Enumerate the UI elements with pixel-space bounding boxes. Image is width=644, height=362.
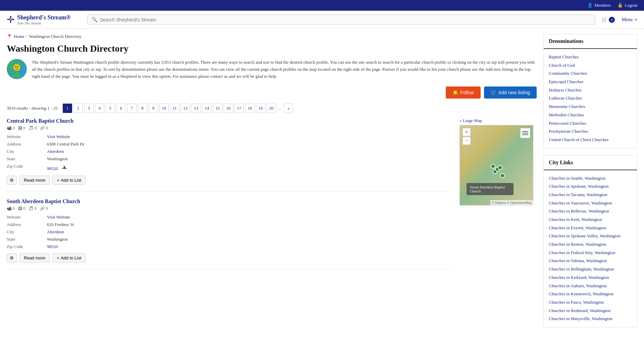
- listing-title-2[interactable]: South Aberdeen Baptist Church: [7, 198, 453, 204]
- page-btn-20[interactable]: 20: [267, 104, 276, 113]
- search-bar[interactable]: 🔍: [87, 14, 595, 25]
- map-marker-3: [498, 165, 502, 170]
- music-icon: 🎵: [29, 126, 34, 131]
- logo-title: Shepherd's Stream®: [17, 14, 71, 21]
- page-btn-2[interactable]: 2: [73, 104, 83, 113]
- page-btn-9[interactable]: 9: [149, 104, 158, 113]
- page-btn-18[interactable]: 18: [245, 104, 255, 113]
- denomination-lutheran[interactable]: Lutheran Churches: [549, 94, 632, 103]
- state-value-2: Washington: [47, 237, 453, 242]
- page-btn-10[interactable]: 10: [159, 104, 169, 113]
- cart-button[interactable]: 🛒 0: [602, 17, 615, 23]
- page-btn-19[interactable]: 19: [256, 104, 265, 113]
- city-pasco[interactable]: Churches in Pasco, Washington: [549, 298, 632, 307]
- page-btn-3[interactable]: 3: [84, 104, 94, 113]
- page-btn-11[interactable]: 11: [170, 104, 179, 113]
- follow-button[interactable]: 🔔 Follow: [446, 86, 480, 99]
- denomination-pentecostal[interactable]: Pentecostal Churches: [549, 119, 632, 128]
- city-kennewick[interactable]: Churches in Kennewick, Washington: [549, 290, 632, 298]
- logout-link[interactable]: 🔓 Logout: [618, 3, 637, 8]
- website-link-1[interactable]: Visit Website: [47, 134, 70, 139]
- description-avatar: [7, 59, 27, 79]
- page-btn-5[interactable]: 5: [106, 104, 115, 113]
- results-header: 3919 results - showing 1 - 25 1 2 3 4 5 …: [7, 104, 537, 113]
- city-kent[interactable]: Churches in Kent, Washington: [549, 216, 632, 224]
- city-spokane[interactable]: Churches in Spokane, Washington: [549, 182, 632, 191]
- page-btn-next[interactable]: »: [284, 104, 293, 113]
- city-renton[interactable]: Churches in Renton, Washington: [549, 240, 632, 249]
- listing-title-1[interactable]: Central Park Baptist Church: [7, 118, 453, 124]
- add-listing-button[interactable]: 🛒 Add new listing: [484, 86, 537, 99]
- city-spokane-valley[interactable]: Churches in Spokane Valley, Washington: [549, 232, 632, 240]
- page-btn-15[interactable]: 15: [213, 104, 222, 113]
- denomination-episcopal[interactable]: Episcopal Churches: [549, 78, 632, 86]
- city-bellevue[interactable]: Churches in Bellevue, Washington: [549, 207, 632, 216]
- gear-button-2[interactable]: ⚙: [7, 253, 17, 262]
- page-btn-17[interactable]: 17: [234, 104, 244, 113]
- page-btn-13[interactable]: 13: [192, 104, 201, 113]
- denomination-methodist[interactable]: Methodist Churches: [549, 111, 632, 119]
- map-area: « Large Map + −: [460, 118, 537, 276]
- action-buttons: 🔔 Follow 🛒 Add new listing: [7, 86, 537, 99]
- denomination-holiness[interactable]: Holiness Churches: [549, 86, 632, 95]
- city-kirkland[interactable]: Churches in Kirkland, Washington: [549, 274, 632, 282]
- description-box: The Shepherd's Stream Washington church …: [7, 59, 537, 80]
- search-input[interactable]: [100, 17, 591, 22]
- city-marysville[interactable]: Churches in Marysville, Washington: [549, 315, 632, 323]
- listing-details-2: Website Visit Website Address 620 Fordne…: [7, 215, 453, 249]
- map-zoom-out[interactable]: −: [463, 137, 471, 145]
- breadcrumb-home[interactable]: Home: [14, 34, 24, 39]
- denominations-box: Denominations Baptist Churches Church of…: [543, 34, 637, 148]
- address-label-2: Address: [7, 222, 47, 227]
- denomination-church-of-god[interactable]: Church of God: [549, 61, 632, 70]
- link-icon: 🔗: [40, 126, 45, 131]
- website-link-2[interactable]: Visit Website: [47, 215, 70, 220]
- denomination-ucc[interactable]: United Church of Christ Churches: [549, 136, 632, 144]
- page-btn-6[interactable]: 6: [116, 104, 126, 113]
- large-map-link[interactable]: « Large Map: [460, 118, 537, 123]
- zip-link-2[interactable]: 98520: [47, 244, 58, 249]
- pagination: 1 2 3 4 5 6 7 8 9 10 11 12 13 14 15 16 1…: [63, 104, 293, 113]
- page-btn-7[interactable]: 7: [127, 104, 137, 113]
- read-more-button-1[interactable]: Read more: [19, 176, 50, 185]
- members-link[interactable]: 👤 Members: [587, 3, 611, 8]
- add-to-list-button-2[interactable]: + Add to List: [52, 253, 86, 262]
- denomination-presbyterian[interactable]: Presbyterian Churches: [549, 127, 632, 136]
- city-seattle[interactable]: Churches in Seattle, Washington: [549, 174, 632, 183]
- denomination-mennonite[interactable]: Mennonite Churches: [549, 103, 632, 111]
- page-btn-12[interactable]: 12: [181, 104, 190, 113]
- denomination-baptist[interactable]: Baptist Churches: [549, 53, 632, 61]
- city-auburn[interactable]: Churches in Auburn, Washington: [549, 282, 632, 290]
- read-more-button-2[interactable]: Read more: [19, 253, 50, 262]
- svg-rect-3: [522, 131, 528, 132]
- page-btn-4[interactable]: 4: [95, 104, 104, 113]
- city-federal-way[interactable]: Churches in Federal Way, Washington: [549, 249, 632, 257]
- page-btn-8[interactable]: 8: [138, 104, 147, 113]
- denominations-content: Baptist Churches Church of God Community…: [544, 49, 637, 148]
- city-link-2[interactable]: Aberdeen: [47, 229, 64, 234]
- city-label-2: City: [7, 229, 47, 235]
- user-icon: 👤: [587, 3, 593, 8]
- state-label-2: State: [7, 237, 47, 242]
- page-btn-1[interactable]: 1: [63, 104, 72, 113]
- city-everett[interactable]: Churches in Everett, Washington: [549, 224, 632, 232]
- state-label-1: State: [7, 156, 47, 162]
- page-btn-14[interactable]: 14: [202, 104, 212, 113]
- denomination-community[interactable]: Community Churches: [549, 69, 632, 78]
- page-btn-16[interactable]: 16: [224, 104, 233, 113]
- map-layers-button[interactable]: [520, 128, 530, 138]
- map-marker-5: [500, 173, 505, 178]
- map-zoom-in[interactable]: +: [463, 128, 471, 136]
- city-yakima[interactable]: Churches in Yakima, Washington: [549, 257, 632, 265]
- city-tacoma[interactable]: Churches in Tacoma, Washington: [549, 191, 632, 199]
- menu-button[interactable]: Menu ≡: [622, 17, 637, 22]
- zip-link-1[interactable]: 98520: [47, 166, 58, 171]
- city-links-title: City Links: [544, 156, 637, 170]
- gear-button-1[interactable]: ⚙: [7, 176, 17, 185]
- city-link-1[interactable]: Aberdeen: [47, 149, 64, 154]
- city-bellingham[interactable]: Churches in Bellingham, Washington: [549, 265, 632, 274]
- city-vancouver[interactable]: Churches in Vancouver, Washington: [549, 199, 632, 207]
- city-redmond[interactable]: Churches in Redmond, Washington: [549, 307, 632, 315]
- add-to-list-button-1[interactable]: + Add to List: [52, 176, 86, 185]
- svg-point-0: [13, 64, 20, 71]
